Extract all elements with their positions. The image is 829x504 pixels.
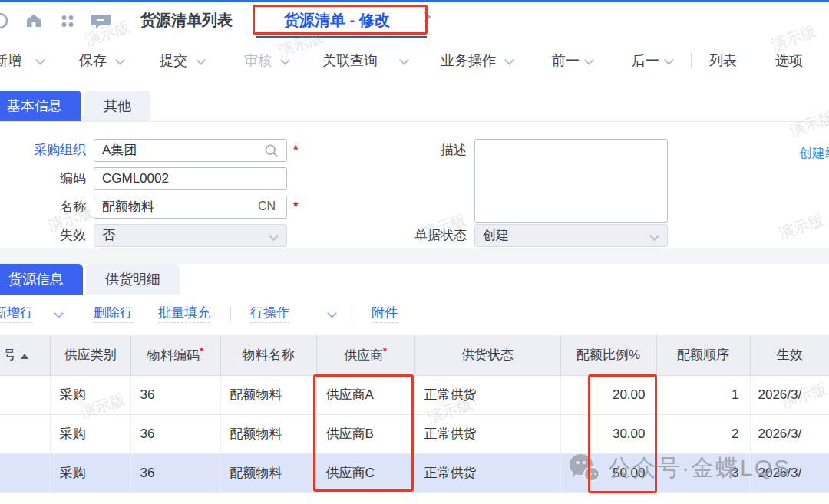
demo-watermark: 演示版 [776, 209, 827, 244]
table-row[interactable]: 采购 36 配额物料 供应商A 正常供货 20.00 1 2026/3/ [0, 375, 829, 414]
row-number-cell[interactable] [0, 453, 50, 492]
supplier-cell[interactable]: 供应商B [316, 414, 414, 453]
toolbar-save-button[interactable]: 保存 [79, 41, 107, 81]
row-operation-button[interactable]: 行操作 [250, 296, 289, 331]
col-supply-type[interactable]: 供应类别 [50, 335, 130, 375]
batch-fill-button[interactable]: 批量填充 [158, 296, 210, 331]
tab-overflow-chevron-icon[interactable] [420, 12, 431, 22]
chevron-down-icon[interactable] [196, 55, 206, 65]
purchase-org-label[interactable]: 采购组织 [0, 139, 86, 162]
invalid-select[interactable]: 否 [94, 224, 287, 247]
quota-ratio-cell[interactable]: 30.00 [560, 414, 656, 453]
chevron-down-icon[interactable] [504, 55, 514, 65]
col-row-number[interactable]: 号 [0, 335, 50, 375]
circle-icon[interactable] [0, 12, 9, 30]
add-row-button[interactable]: 新增行 [0, 296, 33, 331]
tab-supply-detail[interactable]: 供货明细 [86, 264, 180, 295]
invalid-label: 失效 [0, 224, 86, 247]
attachment-button[interactable]: 附件 [372, 296, 398, 331]
quota-order-cell[interactable]: 2 [656, 414, 750, 453]
section-separator [0, 248, 829, 264]
effective-date-cell[interactable]: 2026/3/ [750, 375, 829, 414]
message-icon[interactable] [91, 12, 111, 30]
col-quota-ratio[interactable]: 配额比例% [560, 335, 656, 375]
supply-source-table: 号 供应类别 物料编码* 物料名称 供应商* 供货状态 配额比例% 配额顺序 生… [0, 335, 829, 493]
toolbar-new-button[interactable]: 新增 [0, 41, 21, 81]
chevron-down-icon[interactable] [54, 308, 64, 318]
chevron-down-icon[interactable] [664, 55, 674, 65]
supply-status-cell[interactable]: 正常供货 [414, 453, 560, 492]
supply-status-cell[interactable]: 正常供货 [414, 414, 560, 453]
tab-other[interactable]: 其他 [84, 91, 150, 121]
supply-type-cell[interactable]: 采购 [50, 453, 130, 492]
toolbar-submit-button[interactable]: 提交 [160, 41, 187, 81]
name-label: 名称 [0, 196, 86, 219]
col-supply-status[interactable]: 供货状态 [414, 335, 560, 375]
material-name-cell[interactable]: 配额物料 [220, 453, 316, 492]
col-effective-date[interactable]: 生效 [750, 335, 829, 375]
app-tab-list-page[interactable]: 货源清单列表 [140, 2, 233, 38]
row-number-cell[interactable] [0, 414, 50, 453]
effective-date-cell[interactable]: 2026/3/ [750, 453, 829, 492]
supplier-cell[interactable]: 供应商A [316, 375, 414, 414]
material-name-cell[interactable]: 配额物料 [220, 414, 316, 453]
required-asterisk: * [200, 345, 203, 357]
material-name-cell[interactable]: 配额物料 [220, 375, 316, 414]
apps-grid-icon[interactable] [58, 12, 77, 30]
chevron-down-icon[interactable] [35, 55, 45, 65]
col-supplier[interactable]: 供应商* [316, 335, 414, 375]
material-code-cell[interactable]: 36 [130, 375, 220, 414]
toolbar-options-button[interactable]: 选项 [775, 41, 803, 81]
sort-asc-icon[interactable] [21, 354, 28, 359]
home-icon[interactable] [25, 12, 43, 30]
create-org-link[interactable]: 创建组织 [799, 144, 829, 162]
supplier-cell[interactable]: 供应商C [316, 453, 414, 492]
required-asterisk: * [293, 143, 299, 158]
toolbar-divider [352, 306, 352, 321]
table-row[interactable]: 采购 36 配额物料 供应商B 正常供货 30.00 2 2026/3/ [0, 414, 829, 453]
supply-type-cell[interactable]: 采购 [50, 375, 130, 414]
supply-type-cell[interactable]: 采购 [50, 414, 130, 453]
quota-order-cell[interactable]: 3 [656, 453, 750, 492]
effective-date-cell[interactable]: 2026/3/ [750, 414, 829, 453]
chevron-down-icon[interactable] [399, 55, 409, 65]
app-header-bar: 货源清单列表 货源清单 - 修改 [0, 2, 829, 38]
quota-ratio-cell[interactable]: 20.00 [560, 375, 656, 414]
col-material-code[interactable]: 物料编码* [130, 335, 220, 375]
chevron-down-icon[interactable] [584, 55, 594, 65]
quota-order-cell[interactable]: 1 [656, 375, 750, 414]
grid-toolbar: 新增行 删除行 批量填充 行操作 附件 [0, 296, 829, 331]
table-row-selected[interactable]: 采购 36 配额物料 供应商C 正常供货 50.00 3 2026/3/ [0, 453, 829, 492]
doc-status-select[interactable]: 创建 [474, 224, 668, 247]
form-tabstrip: 基本信息其他 [0, 91, 829, 121]
toolbar-audit-button[interactable]: 审核 [244, 41, 272, 81]
toolbar-related-query-button[interactable]: 关联查询 [322, 41, 378, 81]
required-asterisk: * [293, 199, 299, 215]
col-quota-order[interactable]: 配额顺序 [656, 335, 750, 375]
toolbar-previous-button[interactable]: 前一 [552, 41, 580, 81]
purchase-org-field[interactable]: A集团 [94, 139, 287, 162]
toolbar-business-ops-button[interactable]: 业务操作 [441, 41, 496, 81]
app-tab-edit-page[interactable]: 货源清单 - 修改 [284, 2, 390, 38]
material-code-cell[interactable]: 36 [130, 453, 220, 492]
chevron-down-icon[interactable] [327, 308, 337, 318]
toolbar-divider [230, 306, 231, 321]
toolbar-next-button[interactable]: 后一 [632, 41, 659, 81]
row-number-cell[interactable] [0, 375, 50, 414]
material-code-cell[interactable]: 36 [130, 414, 220, 453]
tab-source-info[interactable]: 货源信息 [0, 264, 83, 295]
detail-tabstrip: 货源信息供货明细 [0, 264, 829, 295]
quota-ratio-cell[interactable]: 50.00 [560, 453, 656, 492]
col-material-name[interactable]: 物料名称 [220, 335, 316, 375]
supply-status-cell[interactable]: 正常供货 [414, 375, 560, 414]
tab-basic-info[interactable]: 基本信息 [0, 91, 81, 121]
description-textarea[interactable] [474, 139, 668, 223]
code-field[interactable]: CGML0002 [94, 167, 287, 190]
required-asterisk: * [383, 345, 387, 357]
description-label: 描述 [413, 139, 467, 162]
chevron-down-icon[interactable] [115, 55, 125, 65]
delete-row-button[interactable]: 删除行 [94, 296, 133, 331]
search-icon[interactable] [264, 143, 279, 159]
toolbar-list-button[interactable]: 列表 [709, 41, 737, 81]
chevron-down-icon[interactable] [280, 55, 290, 65]
